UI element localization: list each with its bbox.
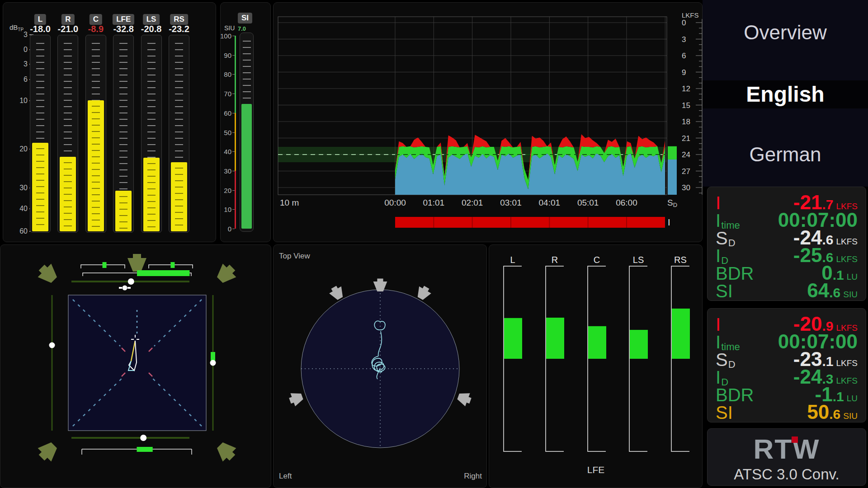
siu-tick-label: 0 <box>218 225 231 233</box>
y-axis-tick-label: 21 <box>682 134 690 143</box>
x-axis-tick-label: 05:01 <box>577 198 599 207</box>
history-range-label: 10 m <box>280 198 299 207</box>
si-current-value: 7.0 <box>238 25 246 32</box>
rtw-loudness-app: dBTP30361020304060L-18.0R-21.0C-8.9LFE-3… <box>0 0 868 488</box>
y-axis-tick-label: 12 <box>682 84 690 93</box>
stat-label-main: BDR <box>716 385 754 405</box>
si-meter-panel: SI7.0SIU1009080706050403020100 <box>220 2 271 242</box>
channel-level-bar-L <box>32 143 48 231</box>
channel-meter-track-C <box>85 35 106 233</box>
balance-block-top-right <box>170 262 175 268</box>
stat-label-sub: D <box>728 359 736 370</box>
y-axis-tick-label: 0 <box>682 19 686 27</box>
x-axis-tick-label: 03:01 <box>500 198 522 207</box>
stat-label-main: I <box>716 332 721 352</box>
y-axis-tick-label: 30 <box>682 183 690 192</box>
stat-value-unit: SIU <box>843 411 858 421</box>
stat-label-sub: time <box>721 220 740 231</box>
y-axis-tick-label: 18 <box>682 117 690 126</box>
y-axis-tick-label: 15 <box>682 101 690 110</box>
balance-block-top-left <box>103 262 107 268</box>
level-bar-dashes <box>175 162 183 230</box>
si-level-bar <box>241 104 252 229</box>
surround-speaker-tr-icon <box>213 261 239 286</box>
siu-tick-label: 90 <box>218 51 231 59</box>
x-axis-tick-label: 01:01 <box>423 198 445 207</box>
y-axis-tick-label: 3 <box>682 35 686 44</box>
siu-tick-label: 10 <box>218 206 231 213</box>
i-bar-separator <box>588 217 589 228</box>
rtw-logo-text: RTW <box>753 433 820 465</box>
left-slider-handle[interactable] <box>49 343 55 348</box>
bar-label-C: C <box>594 255 600 265</box>
dbtp-unit-label: dBTP <box>9 23 24 31</box>
stat-label-main: SI <box>716 281 733 301</box>
siu-tick-label: 30 <box>218 167 231 174</box>
top-view-display: Top ViewLeftRight <box>274 245 487 488</box>
surround-analyzer-panel <box>0 244 271 488</box>
stats-panel-english: I-21.7LKFSItime00:07:00SD-24.6LKFSID-25.… <box>707 187 866 301</box>
stat-label: SI <box>716 282 733 300</box>
bar-label-RS: RS <box>674 255 687 265</box>
stat-label-main: I <box>716 211 721 230</box>
topview-speaker-ls-icon <box>288 390 304 408</box>
top-view-panel: Top ViewLeftRight <box>273 244 487 488</box>
stat-row-SI: SI50.6SIU <box>708 401 866 418</box>
bar-label-R: R <box>552 255 558 265</box>
front-slider-handle[interactable] <box>128 278 134 285</box>
stat-label-sub: D <box>728 237 736 249</box>
level-bar-C <box>588 326 606 359</box>
bar-label-L: L <box>510 255 515 265</box>
si-chip: SI <box>238 13 252 23</box>
channel-peak-value-LS: -20.8 <box>141 24 162 34</box>
stat-row-SI: SI64.6SIU <box>708 279 866 297</box>
menu-item-overview[interactable]: Overview <box>703 19 868 47</box>
current-value-bar-green <box>668 146 677 160</box>
menu-item-german[interactable]: German <box>703 141 868 169</box>
top-view-left-label: Left <box>279 472 292 480</box>
stat-label: BDR <box>716 386 754 404</box>
i-bar-label: I <box>668 217 670 227</box>
siu-tick-label: 20 <box>218 186 231 194</box>
menu-item-english[interactable]: English <box>703 80 868 108</box>
channel-chip-LFE: LFE <box>113 14 134 25</box>
channel-level-bar-R <box>60 157 76 231</box>
correlation-fill <box>137 270 189 276</box>
dbtp-scale-tick-label: 3 <box>12 31 28 39</box>
surround-analyzer <box>0 245 272 488</box>
dbtp-scale-tick-label: 6 <box>12 75 28 84</box>
right-slider-handle[interactable] <box>210 360 216 366</box>
si-zone-strip <box>235 171 236 229</box>
surround-speaker-center-icon <box>127 254 146 272</box>
level-bar-LS <box>630 330 648 359</box>
lfe-label: LFE <box>587 465 605 475</box>
x-axis-tick-label: 00:00 <box>384 198 406 207</box>
channel-level-bar-RS <box>171 162 187 231</box>
stat-label: SI <box>716 404 733 422</box>
channel-chip-C: C <box>90 14 102 25</box>
stat-label-sub: D <box>721 255 728 266</box>
stat-label-sub: time <box>721 341 740 352</box>
stat-label-main: SI <box>716 403 733 422</box>
stat-value-main: 64 <box>807 279 829 301</box>
stats-panel-german: I-20.9LKFSItime00:07:00SD-23.1LKFSID-24.… <box>707 308 866 422</box>
level-bar-dashes <box>64 157 72 230</box>
rear-balance-block <box>137 447 153 452</box>
stat-label: I <box>716 316 721 333</box>
y-axis-tick-label: 24 <box>682 150 690 159</box>
dbtp-scale-tick-label: 40 <box>12 205 28 213</box>
bar-label-LS: LS <box>633 255 644 265</box>
level-bar-L <box>504 318 522 359</box>
true-peak-meters-panel: dBTP30361020304060L-18.0R-21.0C-8.9LFE-3… <box>3 2 216 242</box>
y-axis-unit-label: LKFS <box>682 11 699 19</box>
listener-position-dot[interactable] <box>123 286 127 291</box>
top-view-right-label: Right <box>464 472 482 480</box>
siu-tick-label: 50 <box>218 128 231 136</box>
i-bar-separator <box>472 217 473 228</box>
stat-row-BDR: BDR-1.1LU <box>708 383 866 401</box>
channel-level-bar-LFE <box>115 191 132 231</box>
stat-row-Itime: Itime00:07:00 <box>708 209 866 226</box>
rear-slider-handle[interactable] <box>140 435 146 441</box>
siu-tick-label: 100 <box>218 32 231 40</box>
channel-meter-track-LS <box>141 35 162 233</box>
